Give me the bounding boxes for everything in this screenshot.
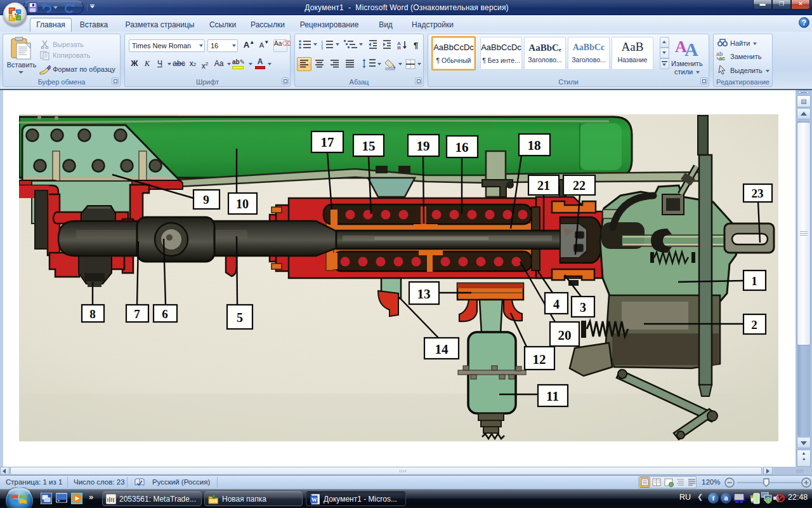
- svg-text:3: 3: [580, 300, 586, 314]
- svg-text:16: 16: [455, 140, 469, 155]
- svg-text:13: 13: [417, 286, 431, 302]
- svg-text:5: 5: [237, 311, 243, 324]
- svg-text:10: 10: [236, 197, 249, 211]
- svg-text:2: 2: [751, 318, 757, 331]
- svg-text:9: 9: [203, 193, 209, 206]
- svg-text:18: 18: [528, 138, 541, 153]
- svg-text:14: 14: [435, 342, 449, 357]
- svg-text:23: 23: [752, 187, 764, 200]
- svg-text:15: 15: [362, 138, 376, 154]
- svg-text:12: 12: [533, 352, 546, 367]
- svg-text:17: 17: [321, 135, 334, 150]
- svg-text:4: 4: [553, 297, 560, 311]
- svg-text:A: A: [684, 39, 698, 57]
- svg-text:19: 19: [417, 138, 430, 154]
- svg-text:ac: ac: [719, 55, 725, 61]
- svg-text:21: 21: [537, 178, 550, 192]
- svg-text:8: 8: [89, 307, 96, 321]
- svg-text:W: W: [311, 497, 317, 503]
- svg-text:11: 11: [546, 389, 559, 404]
- svg-text:¶: ¶: [414, 41, 418, 50]
- svg-text:7: 7: [134, 307, 140, 321]
- svg-text:1: 1: [751, 274, 757, 288]
- svg-text:6: 6: [162, 307, 168, 321]
- svg-text:3: 3: [321, 46, 324, 50]
- svg-text:Я: Я: [397, 45, 401, 51]
- svg-text:20: 20: [558, 328, 572, 343]
- svg-text:22: 22: [573, 178, 586, 192]
